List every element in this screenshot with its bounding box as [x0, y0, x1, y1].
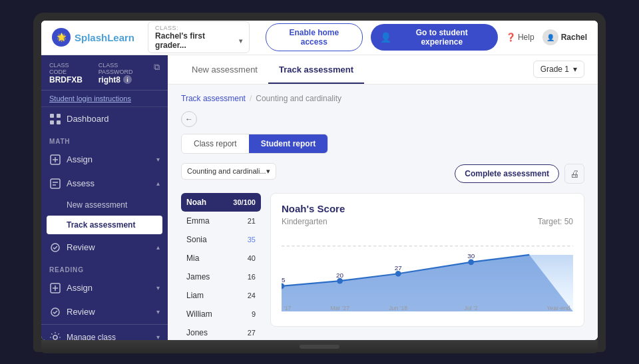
student-score: 21 [248, 217, 256, 225]
student-exp-icon: 👤 [380, 32, 391, 43]
svg-point-18 [468, 259, 474, 265]
student-item[interactable]: Emma21 [181, 212, 261, 230]
tab-track-assessment[interactable]: Track assessment [268, 55, 364, 84]
sidebar-bottom: Manage class ▾ [41, 324, 168, 340]
svg-rect-5 [51, 179, 60, 188]
student-name: James [186, 272, 210, 281]
svg-point-16 [395, 270, 401, 276]
svg-marker-11 [282, 254, 573, 311]
student-score: 35 [248, 236, 256, 244]
class-label: CLASS: [155, 25, 242, 31]
class-selector[interactable]: CLASS: Rachel's first grader... ▾ [148, 21, 250, 53]
svg-text:Feb '17: Feb '17 [282, 304, 292, 311]
help-link[interactable]: ❓ Help [506, 33, 534, 42]
report-controls: Class report Student report [181, 134, 584, 154]
content-tabs: New assessment Track assessment [181, 55, 364, 84]
svg-text:15: 15 [282, 276, 286, 283]
chevron-down-icon: ▾ [239, 37, 242, 45]
main-split: Noah30/100Emma21Sonia35Mia40James16Liam2… [181, 193, 584, 340]
svg-rect-1 [57, 114, 61, 118]
logo-icon: 🌟 [52, 28, 71, 47]
copy-icon[interactable]: ⧉ [154, 62, 160, 73]
assign-icon [49, 154, 61, 166]
math-section-label: MATH [41, 131, 168, 148]
sidebar: CLASS CODE BRDFXB CLASS PASSWORD right8 … [41, 55, 168, 340]
svg-rect-3 [57, 120, 61, 124]
sidebar-item-review[interactable]: Review ▴ [41, 236, 168, 260]
laptop-frame: 🌟 SplashLearn CLASS: Rachel's first grad… [33, 13, 606, 352]
enable-home-access-button[interactable]: Enable home access [266, 23, 363, 51]
student-name: Noah [186, 198, 206, 207]
info-icon: i [123, 75, 132, 84]
svg-rect-0 [50, 114, 54, 118]
screen: 🌟 SplashLearn CLASS: Rachel's first grad… [41, 21, 598, 340]
svg-text:Mar '27: Mar '27 [330, 304, 349, 311]
sidebar-item-assess[interactable]: Assess ▴ [41, 172, 168, 196]
chevron-down-icon: ▾ [156, 156, 160, 163]
logo: 🌟 SplashLearn [52, 28, 134, 47]
class-name: Rachel's first grader... ▾ [155, 31, 242, 50]
student-name: Sonia [186, 235, 207, 244]
svg-text:Jun '18: Jun '18 [389, 304, 407, 311]
chart-svg: 15 20 27 30 [282, 232, 573, 311]
print-button[interactable]: 🖨 [564, 164, 584, 184]
tab-new-assessment[interactable]: New assessment [181, 55, 268, 84]
student-item[interactable]: Mia40 [181, 249, 261, 268]
score-title: Noah's Score [282, 203, 573, 214]
complete-assessment-button[interactable]: Complete assessment [455, 164, 559, 183]
content-header: New assessment Track assessment Grade 1 … [168, 55, 598, 85]
chevron-down-icon: ▾ [266, 167, 270, 176]
student-name: Jones [186, 328, 208, 337]
manage-class-item[interactable]: Manage class ▾ [41, 325, 168, 340]
student-name: Emma [186, 216, 210, 226]
avatar: 👤 [542, 29, 558, 45]
sidebar-item-track-assessment[interactable]: Track assessment [47, 216, 162, 234]
student-score: 24 [248, 291, 256, 299]
top-bar: 🌟 SplashLearn CLASS: Rachel's first grad… [41, 21, 598, 55]
user-menu[interactable]: 👤 Rachel [542, 29, 587, 45]
student-item[interactable]: William9 [181, 305, 261, 323]
reading-assign-icon [49, 282, 61, 294]
back-button[interactable]: ← [181, 111, 197, 127]
svg-text:Jul '2: Jul '2 [465, 304, 478, 311]
topic-filter[interactable]: Counting and cardinali... ▾ [181, 163, 276, 180]
sidebar-item-reading-review[interactable]: Review ▾ [41, 300, 168, 324]
gear-icon [49, 331, 61, 340]
chevron-down-icon: ▾ [156, 333, 160, 340]
grade-selector[interactable]: Grade 1 ▾ [533, 61, 584, 78]
content-area: New assessment Track assessment Grade 1 … [168, 55, 598, 340]
dashboard-icon [49, 113, 61, 125]
student-name: William [186, 309, 212, 319]
student-item[interactable]: James16 [181, 268, 261, 286]
sidebar-item-reading-assign[interactable]: Assign ▾ [41, 276, 168, 300]
svg-point-14 [337, 277, 343, 283]
go-to-student-experience-button[interactable]: 👤 Go to student experience [371, 24, 498, 51]
student-score: 27 [248, 329, 256, 337]
svg-rect-2 [50, 120, 54, 124]
content-body: Track assessment / Counting and cardinal… [168, 85, 598, 340]
student-score: 9 [252, 310, 256, 318]
chevron-up-icon: ▴ [156, 244, 160, 251]
student-list: Noah30/100Emma21Sonia35Mia40James16Liam2… [181, 193, 261, 340]
class-report-button[interactable]: Class report [182, 134, 249, 153]
student-score: 30/100 [233, 198, 256, 206]
svg-text:20: 20 [336, 271, 343, 278]
student-score: 40 [248, 254, 256, 262]
student-item[interactable]: Liam24 [181, 286, 261, 305]
sidebar-item-new-assessment[interactable]: New assessment [41, 196, 168, 214]
chevron-down-icon: ▾ [156, 284, 160, 291]
chevron-up-icon: ▴ [156, 180, 160, 187]
help-icon: ❓ [506, 33, 516, 42]
student-item[interactable]: Jones27 [181, 323, 261, 340]
review-icon [49, 242, 61, 254]
student-item[interactable]: Noah30/100 [181, 193, 261, 212]
score-chart: 15 20 27 30 [282, 232, 573, 311]
sidebar-item-assign[interactable]: Assign ▾ [41, 148, 168, 172]
reading-review-icon [49, 306, 61, 318]
sidebar-item-dashboard[interactable]: Dashboard [41, 107, 168, 131]
svg-point-9 [53, 335, 57, 339]
chevron-down-icon: ▾ [156, 308, 160, 315]
student-login-instructions-link[interactable]: Student login instructions [41, 91, 168, 107]
student-report-button[interactable]: Student report [249, 134, 328, 153]
student-item[interactable]: Sonia35 [181, 230, 261, 249]
